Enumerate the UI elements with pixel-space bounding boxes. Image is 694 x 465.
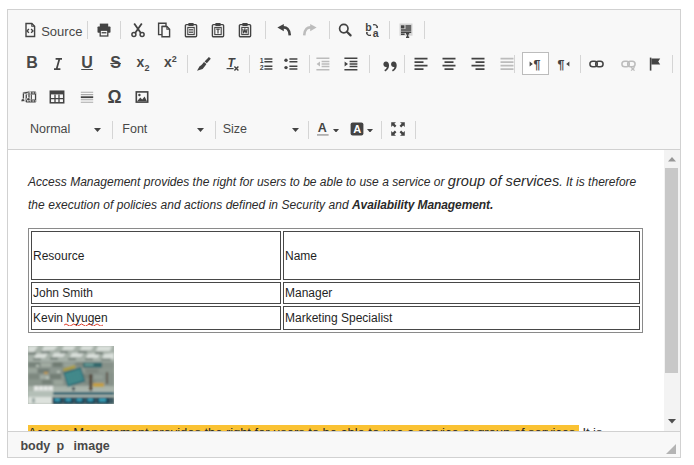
svg-text:¶: ¶ [533,57,540,71]
svg-text:2: 2 [259,64,263,71]
svg-text:1: 1 [259,57,263,64]
svg-text:A: A [353,123,361,135]
svg-text:Ω: Ω [107,89,121,105]
svg-text:b: b [365,22,371,33]
svg-text:¶: ¶ [557,57,564,71]
svg-text:a: a [372,27,378,38]
svg-text:A: A [318,122,327,136]
